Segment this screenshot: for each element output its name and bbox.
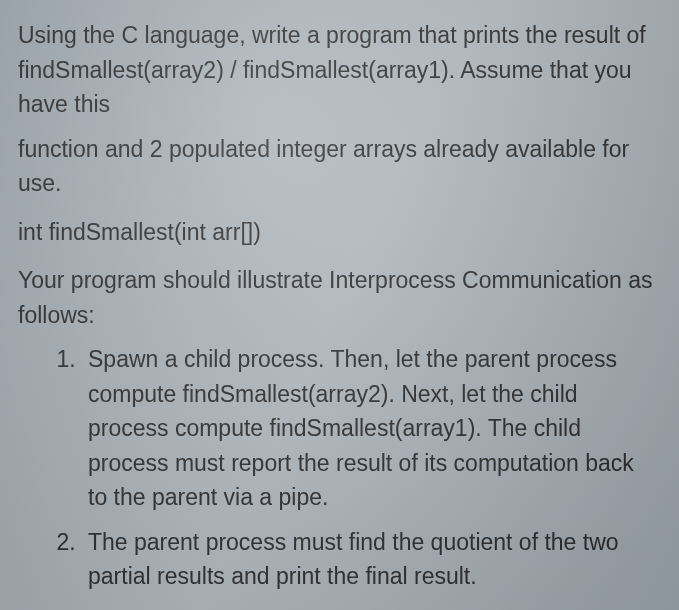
intro-paragraph-1: Using the C language, write a program th… [18,18,657,122]
intro-paragraph-2: function and 2 populated integer arrays … [18,132,657,201]
function-signature: int findSmallest(int arr[]) [18,215,657,250]
question-body: Using the C language, write a program th… [18,18,657,594]
step-item: The parent process must find the quotien… [82,525,657,594]
step-item: Spawn a child process. Then, let the par… [82,342,657,515]
steps-list: Spawn a child process. Then, let the par… [18,342,657,594]
instructions-lead: Your program should illustrate Interproc… [18,263,657,332]
